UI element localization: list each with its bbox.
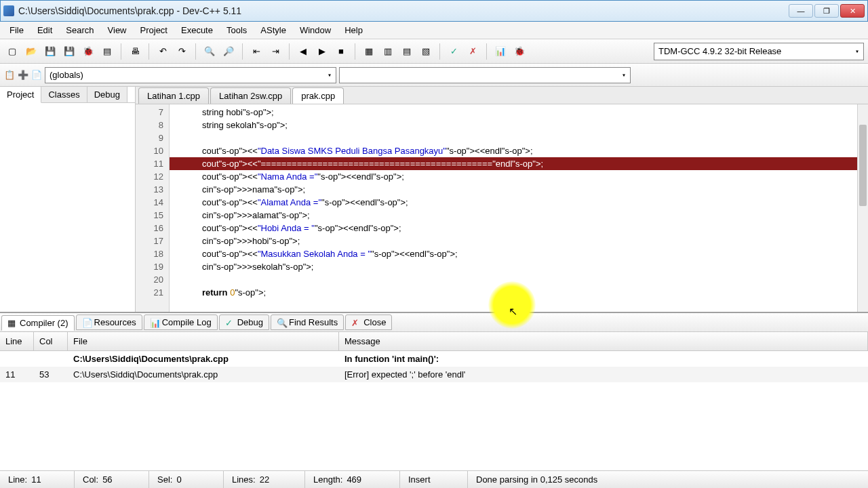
menu-tools[interactable]: Tools: [220, 23, 254, 37]
code-line[interactable]: cout"s-op"><<"Nama Anda =""s-op"><<endl"…: [170, 170, 868, 183]
separator: [149, 43, 149, 60]
forward-icon[interactable]: ▶: [314, 43, 330, 60]
members-select-label: [344, 70, 347, 80]
tab-close[interactable]: ✗Close: [345, 314, 392, 330]
menu-help[interactable]: Help: [338, 23, 370, 37]
code-line[interactable]: cin"s-op">>>nama"s-op">;: [170, 183, 868, 196]
code-line[interactable]: cin"s-op">>>sekolah"s-op">;: [170, 260, 868, 273]
separator: [121, 43, 121, 60]
panel-icon-1[interactable]: 📋: [4, 70, 15, 80]
code-line[interactable]: cin"s-op">>>hobi"s-op">;: [170, 235, 868, 247]
app-icon: [3, 5, 14, 16]
separator: [289, 43, 290, 60]
profile-icon[interactable]: 📊: [492, 43, 509, 60]
separator: [355, 43, 355, 60]
check-icon[interactable]: ✓: [446, 43, 462, 60]
indent-out-icon[interactable]: ⇥: [267, 43, 283, 60]
desk-icon[interactable]: ▤: [99, 43, 115, 60]
compiler-select[interactable]: TDM-GCC 4.9.2 32-bit Release: [654, 43, 864, 60]
separator: [195, 43, 196, 60]
panel-icon-3[interactable]: 📄: [31, 70, 42, 80]
code-line[interactable]: string hobi"s-op">;: [170, 106, 868, 119]
compiler-messages[interactable]: Line Col File Message C:\Users\Siddiq\Do…: [0, 332, 868, 470]
saveall-icon[interactable]: 💾: [61, 43, 77, 60]
file-tab[interactable]: prak.cpp: [292, 87, 344, 104]
rebuild-icon[interactable]: ▧: [418, 43, 434, 60]
menu-view[interactable]: View: [101, 23, 134, 37]
header-file[interactable]: File: [68, 332, 339, 350]
panel-icon-2[interactable]: ➕: [18, 70, 28, 80]
globals-select[interactable]: (globals): [45, 67, 336, 83]
tab-debug[interactable]: Debug: [87, 87, 127, 102]
code-line[interactable]: cout"s-op"><<"Alamat Anda =""s-op"><<end…: [170, 196, 868, 209]
replace-icon[interactable]: 🔎: [220, 43, 237, 60]
back-icon[interactable]: ◀: [295, 43, 311, 60]
close-button[interactable]: ✕: [840, 4, 865, 18]
scrollbar-thumb[interactable]: [859, 125, 867, 206]
x-icon[interactable]: ✗: [465, 43, 481, 60]
globals-select-label: (globals): [50, 70, 83, 80]
menu-execute[interactable]: Execute: [174, 23, 220, 37]
undo-icon[interactable]: ↶: [155, 43, 171, 60]
tab-compile-log[interactable]: 📊Compile Log: [144, 314, 218, 330]
doc-icon: 📄: [82, 318, 92, 327]
header-col[interactable]: Col: [34, 332, 68, 350]
code-line[interactable]: cin"s-op">>>alamat"s-op">;: [170, 209, 868, 222]
run-icon[interactable]: ▥: [380, 43, 396, 60]
ladybug-icon[interactable]: 🐞: [80, 43, 96, 60]
code-area[interactable]: string hobi"s-op">;string sekolah"s-op">…: [170, 104, 868, 312]
file-tab[interactable]: Latihan 1.cpp: [138, 87, 209, 104]
side-tabs: Project Classes Debug: [0, 87, 135, 103]
status-mode: Insert: [400, 471, 468, 488]
code-line[interactable]: cout"s-op"><<"Masukkan Sekolah Anda = ""…: [170, 247, 868, 260]
vertical-scrollbar[interactable]: [857, 104, 868, 312]
tab-resources[interactable]: 📄Resources: [76, 314, 142, 330]
tab-label: Resources: [94, 317, 136, 327]
find-icon[interactable]: 🔍: [201, 43, 218, 60]
menu-astyle[interactable]: AStyle: [254, 23, 293, 37]
code-line[interactable]: string sekolah"s-op">;: [170, 119, 868, 131]
titlebar: C:\Users\Siddiq\Documents\prak.cpp - Dev…: [0, 0, 868, 22]
separator: [242, 43, 243, 60]
compile-icon[interactable]: ▦: [361, 43, 377, 60]
stop-icon[interactable]: ■: [333, 43, 349, 60]
maximize-button[interactable]: ❐: [814, 4, 839, 18]
menu-project[interactable]: Project: [134, 23, 174, 37]
code-line[interactable]: cout"s-op"><<"Data Siswa SMKS Peduli Ban…: [170, 144, 868, 157]
save-icon[interactable]: 💾: [42, 43, 58, 60]
indent-in-icon[interactable]: ⇤: [248, 43, 264, 60]
debug-icon[interactable]: 🐞: [511, 43, 528, 60]
message-row[interactable]: C:\Users\Siddiq\Documents\prak.cppIn fun…: [0, 351, 868, 367]
bottom-panel: ▦Compiler (2) 📄Resources 📊Compile Log ✓D…: [0, 312, 868, 470]
file-tab[interactable]: Latihan 2sw.cpp: [210, 87, 291, 104]
tab-classes[interactable]: Classes: [41, 87, 87, 102]
status-parse: Done parsing in 0,125 seconds: [468, 471, 868, 488]
minimize-button[interactable]: —: [789, 4, 813, 18]
tab-find-results[interactable]: 🔍Find Results: [271, 314, 344, 330]
tab-debug-bottom[interactable]: ✓Debug: [219, 314, 269, 330]
menu-search[interactable]: Search: [59, 23, 100, 37]
tab-project[interactable]: Project: [0, 87, 41, 103]
tab-compiler[interactable]: ▦Compiler (2): [1, 315, 75, 331]
message-row[interactable]: 1153C:\Users\Siddiq\Documents\prak.cpp[E…: [0, 367, 868, 382]
code-line[interactable]: [170, 131, 868, 144]
compile-run-icon[interactable]: ▤: [399, 43, 415, 60]
print-icon[interactable]: 🖶: [127, 43, 143, 60]
status-sel: Sel:0: [149, 471, 224, 488]
code-line[interactable]: [170, 273, 868, 286]
menu-file[interactable]: File: [3, 23, 31, 37]
menu-window[interactable]: Window: [293, 23, 338, 37]
code-line[interactable]: cout"s-op"><<"==========================…: [170, 157, 868, 170]
code-line[interactable]: return 0"s-op">;: [170, 286, 868, 299]
x-icon: ✗: [351, 318, 361, 327]
redo-icon[interactable]: ↷: [174, 43, 190, 60]
menu-edit[interactable]: Edit: [31, 23, 59, 37]
header-line[interactable]: Line: [0, 332, 34, 350]
header-message[interactable]: Message: [339, 332, 868, 350]
new-icon[interactable]: ▢: [4, 43, 20, 60]
open-icon[interactable]: 📂: [23, 43, 39, 60]
code-editor[interactable]: 789101112131415161718192021 string hobi"…: [136, 104, 868, 312]
members-select[interactable]: [339, 67, 631, 83]
project-tree[interactable]: [0, 103, 135, 312]
code-line[interactable]: cout"s-op"><<"Hobi Anda = ""s-op"><<endl…: [170, 222, 868, 235]
